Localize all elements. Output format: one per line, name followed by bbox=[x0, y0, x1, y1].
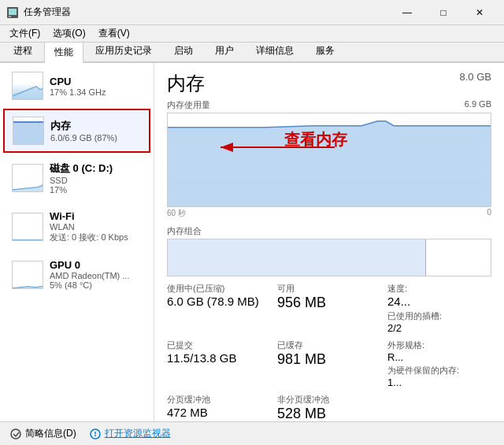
sidebar-item-cpu[interactable]: CPU 17% 1.34 GHz bbox=[3, 65, 150, 107]
title-bar: 任务管理器 — □ ✕ bbox=[0, 0, 504, 25]
stat-paged-pool: 分页缓冲池 472 MB bbox=[167, 394, 271, 421]
tab-users[interactable]: 用户 bbox=[205, 40, 244, 61]
composition-section: 内存组合 bbox=[167, 225, 491, 276]
stat-form: 外形规格: R... 为硬件保留的内存: 1... bbox=[387, 339, 491, 389]
usage-graph-section: 内存使用量 6.9 GB 查看内存 bbox=[167, 99, 491, 219]
cpu-sub: 17% 1.34 GHz bbox=[50, 87, 142, 97]
detail-header: 内存 8.0 GB bbox=[167, 71, 491, 96]
bottom-bar: 简略信息(D) 打开资源监视器 bbox=[0, 421, 504, 445]
cpu-info: CPU 17% 1.34 GHz bbox=[50, 76, 142, 97]
gpu-sub2: 5% (48 °C) bbox=[50, 280, 142, 290]
wifi-mini-chart bbox=[12, 213, 43, 241]
graph-time: 60 秒 0 bbox=[167, 208, 491, 219]
sidebar-item-wifi[interactable]: Wi-Fi WLAN 发送: 0 接收: 0 Kbps bbox=[3, 203, 150, 250]
tab-process[interactable]: 进程 bbox=[3, 40, 43, 61]
svg-rect-2 bbox=[9, 16, 11, 17]
stat-inuse: 使用中(已压缩) 6.0 GB (78.9 MB) bbox=[167, 283, 271, 335]
svg-marker-10 bbox=[168, 121, 491, 206]
svg-marker-3 bbox=[13, 87, 43, 100]
disk-sub1: SSD bbox=[50, 176, 142, 185]
stats-grid: 使用中(已压缩) 6.0 GB (78.9 MB) 可用 956 MB 速度: … bbox=[167, 283, 491, 421]
memory-info: 内存 6.0/6.9 GB (87%) bbox=[50, 119, 141, 143]
tab-services[interactable]: 服务 bbox=[306, 40, 345, 61]
comp-fill bbox=[168, 239, 426, 276]
monitor-icon bbox=[89, 428, 102, 440]
detail-title: 内存 bbox=[167, 71, 205, 96]
app-icon bbox=[6, 6, 19, 19]
cpu-mini-chart bbox=[12, 72, 43, 100]
stat-nonpaged-pool: 非分页缓冲池 528 MB bbox=[277, 394, 381, 421]
summary-info-button[interactable]: 简略信息(D) bbox=[9, 427, 76, 440]
gpu-info: GPU 0 AMD Radeon(TM) ... 5% (48 °C) bbox=[50, 259, 142, 290]
composition-box bbox=[167, 239, 491, 276]
gpu-mini-chart bbox=[12, 261, 43, 289]
composition-label: 内存组合 bbox=[167, 225, 491, 237]
disk-mini-chart bbox=[12, 164, 43, 192]
usage-graph: 查看内存 bbox=[167, 113, 491, 207]
detail-panel: 内存 8.0 GB 内存使用量 6.9 GB bbox=[154, 63, 504, 421]
wifi-label: Wi-Fi bbox=[50, 210, 142, 222]
svg-point-13 bbox=[11, 429, 20, 439]
cpu-label: CPU bbox=[50, 76, 142, 87]
disk-info: 磁盘 0 (C: D:) SSD 17% bbox=[50, 161, 142, 195]
title-bar-left: 任务管理器 bbox=[6, 6, 71, 19]
stat-cached: 已缓存 981 MB bbox=[277, 339, 381, 389]
memory-mini-chart bbox=[13, 117, 44, 145]
close-button[interactable]: ✕ bbox=[461, 0, 498, 25]
menu-file[interactable]: 文件(F) bbox=[3, 25, 46, 42]
summary-label: 简略信息(D) bbox=[25, 427, 76, 440]
tab-startup[interactable]: 启动 bbox=[164, 40, 203, 61]
sidebar-item-gpu[interactable]: GPU 0 AMD Radeon(TM) ... 5% (48 °C) bbox=[3, 252, 150, 297]
window-title: 任务管理器 bbox=[24, 6, 71, 19]
tab-bar: 进程 性能 应用历史记录 启动 用户 详细信息 服务 bbox=[0, 43, 504, 63]
maximize-button[interactable]: □ bbox=[425, 0, 461, 25]
svg-marker-4 bbox=[13, 185, 43, 192]
disk-sub2: 17% bbox=[50, 185, 142, 195]
tab-performance[interactable]: 性能 bbox=[44, 42, 83, 63]
wifi-sub1: WLAN bbox=[50, 222, 142, 232]
memory-sub: 6.0/6.9 GB (87%) bbox=[50, 133, 141, 143]
sidebar-item-memory[interactable]: 内存 6.0/6.9 GB (87%) bbox=[3, 109, 150, 153]
gpu-sub1: AMD Radeon(TM) ... bbox=[50, 271, 142, 280]
monitor-label: 打开资源监视器 bbox=[105, 427, 171, 440]
open-monitor-button[interactable]: 打开资源监视器 bbox=[89, 427, 171, 440]
sidebar: CPU 17% 1.34 GHz 内存 6.0/6.9 GB (87%) bbox=[0, 63, 154, 421]
summary-icon bbox=[9, 428, 22, 440]
stat-speed: 速度: 24... 已使用的插槽: 2/2 bbox=[387, 283, 491, 335]
title-bar-controls: — □ ✕ bbox=[389, 0, 498, 25]
usage-graph-label: 内存使用量 6.9 GB bbox=[167, 99, 491, 111]
detail-total: 8.0 GB bbox=[460, 71, 491, 83]
memory-label: 内存 bbox=[50, 119, 141, 133]
gpu-label: GPU 0 bbox=[50, 259, 142, 271]
minimize-button[interactable]: — bbox=[389, 0, 425, 25]
stat-available: 可用 956 MB bbox=[277, 283, 381, 335]
svg-point-16 bbox=[94, 435, 96, 436]
main-content: CPU 17% 1.34 GHz 内存 6.0/6.9 GB (87%) bbox=[0, 63, 504, 421]
svg-rect-1 bbox=[9, 9, 17, 15]
wifi-sub2: 发送: 0 接收: 0 Kbps bbox=[50, 232, 142, 243]
tab-details[interactable]: 详细信息 bbox=[246, 40, 304, 61]
stat-committed: 已提交 11.5/13.8 GB bbox=[167, 339, 271, 389]
menu-view[interactable]: 查看(V) bbox=[92, 25, 136, 42]
menu-options[interactable]: 选项(O) bbox=[46, 25, 91, 42]
disk-label: 磁盘 0 (C: D:) bbox=[50, 161, 142, 176]
wifi-info: Wi-Fi WLAN 发送: 0 接收: 0 Kbps bbox=[50, 210, 142, 243]
tab-history[interactable]: 应用历史记录 bbox=[85, 40, 162, 61]
svg-marker-6 bbox=[13, 287, 43, 289]
sidebar-item-disk[interactable]: 磁盘 0 (C: D:) SSD 17% bbox=[3, 154, 150, 202]
